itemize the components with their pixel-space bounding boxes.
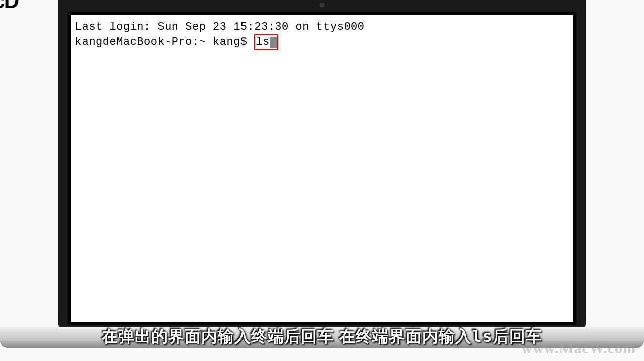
screen-bezel: Last login: Sun Sep 23 15:23:30 on ttys0… (68, 12, 576, 325)
shell-prompt: kangdeMacBook-Pro:~ kang$ (75, 36, 254, 48)
last-login-line: Last login: Sun Sep 23 15:23:30 on ttys0… (75, 21, 365, 33)
watermark-text: www.MacW.com (521, 340, 636, 357)
caption-text-left: 在弹出的界面内输入终端后回车 在终端界面内输入 (102, 327, 472, 345)
command-highlight-box: ls (254, 34, 278, 50)
cursor-icon (270, 37, 277, 48)
macbook-frame: Last login: Sun Sep 23 15:23:30 on ttys0… (58, 0, 586, 336)
terminal-window[interactable]: Last login: Sun Sep 23 15:23:30 on ttys0… (71, 15, 573, 322)
typed-command: ls (256, 35, 269, 49)
corner-cropped-text: acD (0, 0, 18, 13)
caption-command: ls (472, 327, 493, 346)
camera-icon (320, 3, 324, 7)
